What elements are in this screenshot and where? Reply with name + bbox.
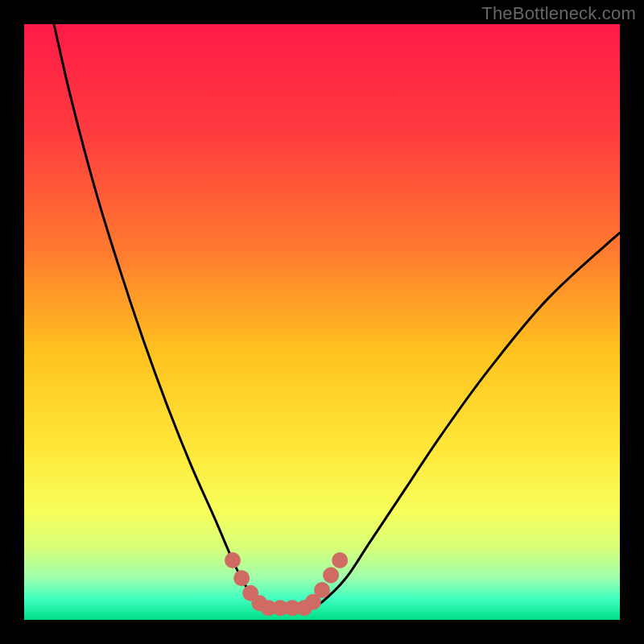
marker-dot [332, 552, 348, 568]
marker-dot [314, 582, 330, 598]
marker-dot [233, 570, 250, 586]
bottleneck-curve-chart [24, 24, 620, 620]
watermark-text: TheBottleneck.com [481, 3, 636, 24]
marker-dot [323, 568, 339, 584]
plot-area [24, 24, 620, 620]
marker-dot [225, 552, 241, 568]
chart-frame: TheBottleneck.com [0, 0, 644, 644]
gradient-background [24, 24, 620, 620]
